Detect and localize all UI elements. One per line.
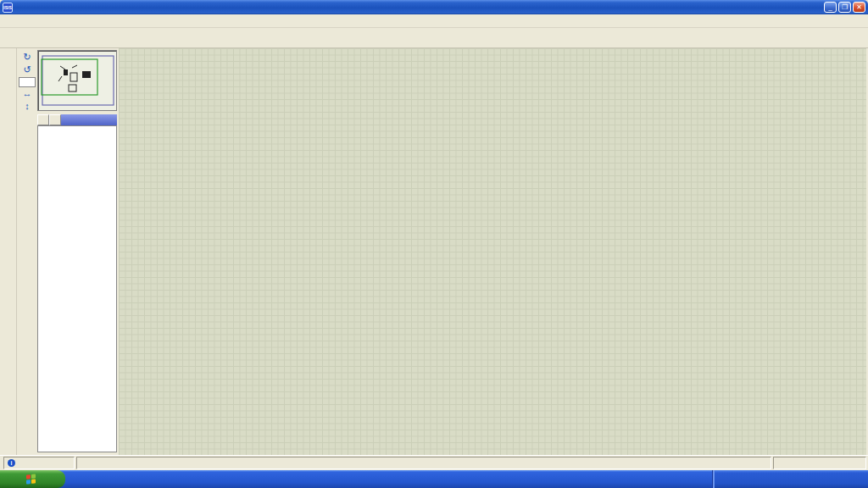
mirror-horizontal-icon[interactable]: ↔ <box>20 88 34 100</box>
info-icon: i <box>8 459 15 467</box>
title-bar: ISIS _ ❐ ✕ <box>0 0 868 14</box>
rotate-anticlockwise-icon[interactable]: ↺ <box>20 64 34 76</box>
taskbar <box>0 470 868 488</box>
overview-thumbnail <box>38 51 116 110</box>
device-list[interactable] <box>37 125 117 452</box>
screen: ISIS _ ❐ ✕ ↻ ↺ ↔ ↕ <box>0 0 868 488</box>
message-panel: i <box>3 457 75 469</box>
object-selector-header <box>37 114 117 125</box>
top-toolbar <box>0 28 868 48</box>
mirror-vertical-icon[interactable]: ↕ <box>20 101 34 113</box>
orientation-controls: ↻ ↺ ↔ ↕ <box>18 51 36 114</box>
isis-icon: ISIS <box>3 3 13 13</box>
menu-bar <box>0 14 868 28</box>
system-tray <box>712 470 868 488</box>
status-bar: i <box>0 455 868 470</box>
mode-toolbar <box>0 48 17 455</box>
rotation-angle-field[interactable] <box>19 77 36 87</box>
library-button[interactable] <box>49 114 61 125</box>
minimize-button[interactable]: _ <box>824 2 837 13</box>
devices-header <box>61 114 117 125</box>
pick-devices-button[interactable] <box>37 114 49 125</box>
rotate-clockwise-icon[interactable]: ↻ <box>20 52 34 64</box>
windows-flag-icon <box>26 474 36 484</box>
restore-button[interactable]: ❐ <box>838 2 851 13</box>
overview-window[interactable] <box>37 50 117 111</box>
schematic-canvas[interactable] <box>119 48 866 455</box>
left-panel: ↻ ↺ ↔ ↕ <box>17 48 119 455</box>
coordinate-panel <box>773 457 866 469</box>
close-button[interactable]: ✕ <box>853 2 865 13</box>
sheet-panel <box>76 457 771 469</box>
start-button[interactable] <box>0 470 65 488</box>
schematic <box>119 48 866 455</box>
